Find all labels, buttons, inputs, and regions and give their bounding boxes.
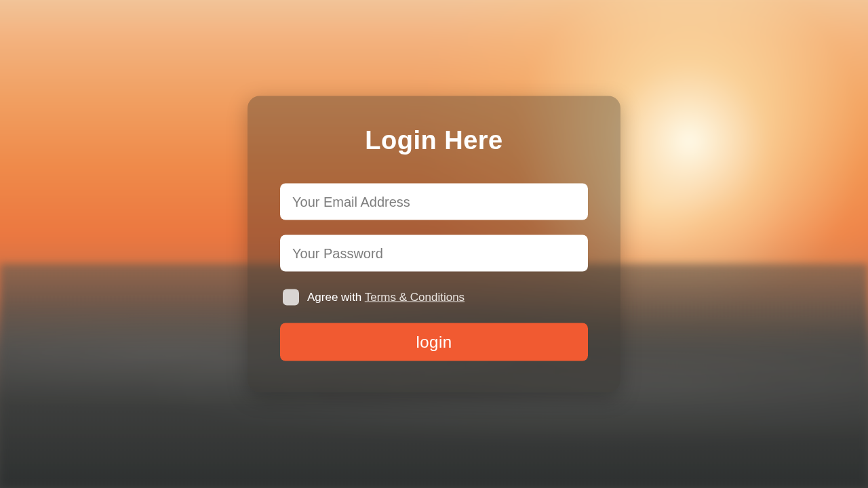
login-card: Login Here Agree with Terms & Conditions…: [248, 96, 620, 392]
terms-checkbox[interactable]: [283, 289, 299, 306]
login-button[interactable]: login: [280, 323, 588, 361]
password-input[interactable]: [280, 235, 588, 272]
terms-link[interactable]: Terms & Conditions: [365, 291, 465, 304]
email-input[interactable]: [280, 184, 588, 220]
agree-row: Agree with Terms & Conditions: [283, 289, 588, 306]
agree-label: Agree with Terms & Conditions: [307, 291, 465, 304]
agree-prefix: Agree with: [307, 291, 365, 304]
login-title: Login Here: [280, 126, 588, 155]
